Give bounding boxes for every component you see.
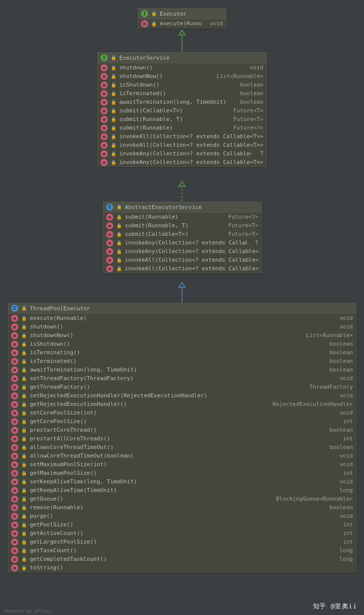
method-signature: purge() <box>30 513 332 519</box>
method-row[interactable]: m🔒allowCoreThreadTimeOut(boolean)void <box>8 452 356 460</box>
lock-icon: 🔒 <box>116 258 122 263</box>
method-row[interactable]: m🔒getKeepAliveTime(TimeUnit)long <box>8 486 356 495</box>
method-signature: shutdown() <box>30 323 332 330</box>
class-box-executor-service[interactable]: I🔒ExecutorServicem🔒shutdown()voidm🔒shutd… <box>97 52 267 167</box>
method-row[interactable]: m🔒allowsCoreThreadTimeOut()boolean <box>8 443 356 452</box>
method-signature: execute(Runnable) <box>160 20 202 27</box>
lock-icon: 🔒 <box>21 367 27 373</box>
method-row[interactable]: m🔒setMaximumPoolSize(int)void <box>8 460 356 469</box>
lock-icon: 🔒 <box>21 306 27 311</box>
method-row[interactable]: m🔒invokeAll(Collection<? extends Callabl… <box>103 256 261 264</box>
method-row[interactable]: m🔒invokeAny(Collection<? extends Callabl… <box>103 247 261 256</box>
method-row[interactable]: m🔒submit(Runnable, T)Future<T> <box>98 115 266 124</box>
svg-marker-1 <box>179 30 185 35</box>
lock-icon: 🔒 <box>21 557 27 562</box>
method-icon: m <box>101 125 108 132</box>
method-row[interactable]: m🔒shutdownNow()List<Runnable> <box>98 72 266 80</box>
method-row[interactable]: m🔒submit(Runnable, T)Future<T> <box>103 221 261 230</box>
method-row[interactable]: m🔒getMaximumPoolSize()int <box>8 469 356 477</box>
lock-icon: 🔒 <box>21 565 27 570</box>
lock-icon: 🔒 <box>21 548 27 553</box>
return-type: Future<T> <box>223 231 258 237</box>
lock-icon: 🔒 <box>111 100 116 105</box>
return-type: void <box>245 64 264 71</box>
return-type: void <box>335 323 353 330</box>
method-row[interactable]: m🔒invokeAll(Collection<? extends Callabl… <box>98 141 266 149</box>
method-row[interactable]: m🔒isShutdown()boolean <box>8 340 356 348</box>
method-row[interactable]: m🔒setKeepAliveTime(long, TimeUnit)void <box>8 477 356 486</box>
return-type: List<Runnable> <box>211 73 263 79</box>
method-row[interactable]: m🔒purge()void <box>8 512 356 520</box>
lock-icon: 🔒 <box>21 454 27 459</box>
method-row[interactable]: m🔒getCorePoolSize()int <box>8 417 356 426</box>
return-type: boolean <box>325 366 353 373</box>
method-row[interactable]: m🔒prestartAllCoreThreads()int <box>8 434 356 443</box>
method-row[interactable]: m🔒awaitTermination(long, TimeUnit)boolea… <box>98 98 266 106</box>
method-icon: m <box>11 470 18 477</box>
method-row[interactable]: m🔒getTaskCount()long <box>8 546 356 555</box>
method-row[interactable]: m🔒setRejectedExecutionHandler(RejectedEx… <box>8 391 356 400</box>
lock-icon: 🔒 <box>151 11 157 16</box>
lock-icon: 🔒 <box>21 350 27 355</box>
inheritance-arrow <box>177 30 187 52</box>
method-row[interactable]: m🔒isTerminating()boolean <box>8 348 356 357</box>
method-row[interactable]: m🔒execute(Runnable)void <box>8 314 356 322</box>
method-row[interactable]: m🔒submit(Runnable)Future<?> <box>103 213 261 221</box>
method-signature: shutdown() <box>119 64 242 71</box>
method-row[interactable]: m🔒invokeAny(Collection<? extends Callabl… <box>98 158 266 167</box>
method-signature: toString() <box>30 564 353 571</box>
method-icon: m <box>11 487 18 494</box>
method-row[interactable]: m🔒getRejectedExecutionHandler()RejectedE… <box>8 400 356 408</box>
method-row[interactable]: m🔒getQueue()BlockingQueue<Runnable> <box>8 495 356 503</box>
method-row[interactable]: m🔒isShutdown()boolean <box>98 80 266 89</box>
method-signature: invokeAny(Collection<? extends Callable<… <box>119 150 252 157</box>
method-row[interactable]: m🔒submit(Runnable)Future<?> <box>98 124 266 132</box>
method-row[interactable]: m🔒getLargestPoolSize()int <box>8 538 356 546</box>
method-row[interactable]: m🔒invokeAll(Collection<? extends Callabl… <box>98 132 266 141</box>
method-signature: awaitTermination(long, TimeUnit) <box>30 366 322 373</box>
method-row[interactable]: m🔒remove(Runnable)boolean <box>8 503 356 512</box>
return-type: Future<T> <box>223 222 258 229</box>
method-row[interactable]: m🔒submit(Callable<T>)Future<T> <box>103 230 261 238</box>
class-box-thread-pool-executor[interactable]: C🔒ThreadPoolExecutorm🔒execute(Runnable)v… <box>8 303 356 572</box>
method-row[interactable]: m🔒toString() <box>8 563 356 572</box>
method-icon: m <box>11 366 18 374</box>
method-signature: isTerminated() <box>30 358 322 364</box>
method-row[interactable]: m🔒setThreadFactory(ThreadFactory)void <box>8 374 356 383</box>
method-signature: awaitTermination(long, TimeUnit) <box>119 99 232 105</box>
method-row[interactable]: m🔒isTerminated()boolean <box>8 357 356 365</box>
lock-icon: 🔒 <box>116 223 122 228</box>
method-row[interactable]: m🔒invokeAny(Collection<? extends Callabl… <box>98 149 266 158</box>
powered-by-label: Powered by yFiles <box>4 608 51 613</box>
method-icon: m <box>11 384 18 391</box>
method-row[interactable]: m🔒shutdown()void <box>98 63 266 72</box>
method-row[interactable]: m🔒getCompletedTaskCount()long <box>8 555 356 563</box>
method-signature: submit(Runnable) <box>119 125 225 131</box>
method-icon: m <box>106 248 113 255</box>
lock-icon: 🔒 <box>111 108 116 113</box>
return-type: RejectedExecutionHandler <box>267 401 353 407</box>
inheritance-arrow <box>177 181 187 201</box>
class-box-abstract-executor-service[interactable]: C🔒AbstractExecutorServicem🔒submit(Runnab… <box>103 201 262 273</box>
method-row[interactable]: m🔒getActiveCount()int <box>8 529 356 538</box>
method-row[interactable]: m🔒invokeAll(Collection<? extends Callabl… <box>103 264 261 273</box>
method-signature: invokeAll(Collection<? extends Callable<… <box>125 265 258 272</box>
method-row[interactable]: m🔒awaitTermination(long, TimeUnit)boolea… <box>8 365 356 374</box>
method-row[interactable]: m🔒isTerminated()boolean <box>98 89 266 98</box>
method-row[interactable]: m🔒setCorePoolSize(int)void <box>8 408 356 417</box>
method-row[interactable]: m🔒submit(Callable<T>)Future<T> <box>98 106 266 115</box>
class-box-executor[interactable]: I🔒Executorm🔒execute(Runnable)void <box>138 8 226 28</box>
method-row[interactable]: m🔒shutdown()void <box>8 322 356 331</box>
method-icon: m <box>101 150 108 157</box>
return-type: void <box>205 20 223 27</box>
method-row[interactable]: m🔒execute(Runnable)void <box>138 19 226 28</box>
method-row[interactable]: m🔒getPoolSize()int <box>8 520 356 529</box>
method-icon: m <box>11 358 18 365</box>
method-row[interactable]: m🔒shutdownNow()List<Runnable> <box>8 331 356 340</box>
method-icon: m <box>11 496 18 503</box>
method-row[interactable]: m🔒prestartCoreThread()boolean <box>8 426 356 434</box>
method-signature: getThreadFactory() <box>30 384 301 390</box>
method-row[interactable]: m🔒getThreadFactory()ThreadFactory <box>8 383 356 391</box>
method-row[interactable]: m🔒invokeAny(Collection<? extends Callabl… <box>103 238 261 247</box>
method-icon: m <box>141 20 148 27</box>
